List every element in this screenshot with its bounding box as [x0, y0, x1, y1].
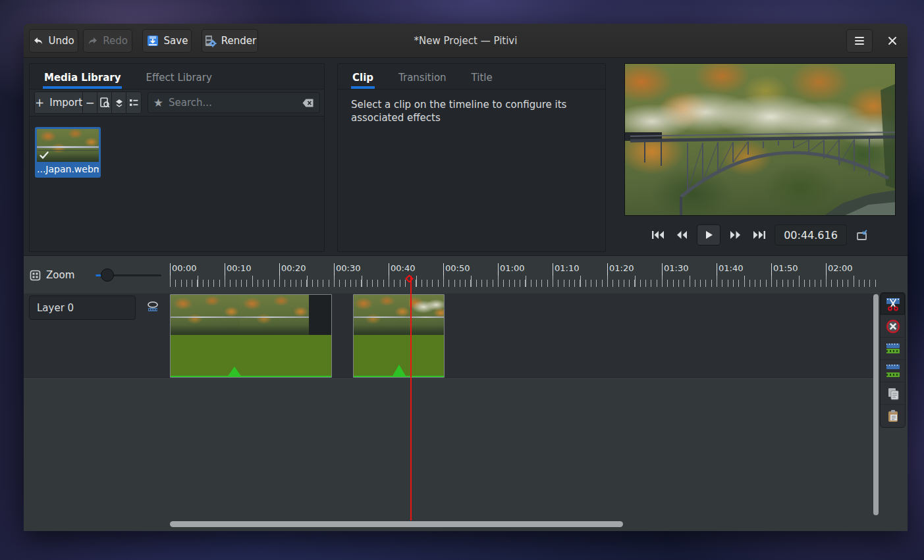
clip1-video-track	[171, 295, 331, 335]
document-preview-icon	[99, 97, 111, 109]
clip2-audio-track	[354, 335, 444, 377]
split-clip-button[interactable]	[881, 293, 905, 315]
undo-button[interactable]: Undo	[29, 29, 78, 53]
tab-clip[interactable]: Clip	[351, 64, 375, 89]
go-end-button[interactable]	[751, 226, 768, 243]
play-button[interactable]	[697, 224, 720, 245]
redo-button[interactable]: Redo	[83, 29, 132, 53]
redo-icon	[88, 36, 98, 46]
search-input[interactable]	[169, 97, 296, 109]
layers-icon	[113, 97, 125, 109]
tab-effect-library[interactable]: Effect Library	[144, 64, 213, 89]
import-button[interactable]: + Import	[35, 92, 83, 113]
playhead[interactable]	[410, 276, 412, 521]
viewer-preview[interactable]	[624, 63, 896, 216]
star-filter-icon: ★	[153, 96, 163, 109]
layer-menu-icon[interactable]	[146, 300, 159, 313]
paste-icon	[886, 409, 900, 423]
ungroup-icon	[886, 365, 900, 377]
zoom-label: Zoom	[46, 269, 74, 281]
go-end-icon	[752, 229, 767, 241]
clip-config-panel: Clip Transition Title Select a clip on t…	[337, 63, 606, 252]
pitivi-window: *New Project — Pitivi Undo Redo Save	[24, 24, 908, 531]
tab-title[interactable]: Title	[470, 64, 494, 89]
render-button[interactable]: Render	[202, 29, 258, 53]
layer-name-box[interactable]: Layer 0	[29, 295, 136, 320]
zoom-slider-knob[interactable]	[101, 268, 114, 282]
delete-icon	[886, 319, 900, 334]
split-scissors-icon	[885, 296, 901, 312]
insert-at-end-button[interactable]	[112, 92, 126, 113]
layer-name: Layer 0	[37, 302, 74, 314]
go-start-button[interactable]	[649, 226, 666, 243]
plus-icon: +	[35, 96, 44, 109]
minus-icon: −	[85, 96, 94, 109]
zoom-fit-icon[interactable]	[30, 270, 41, 281]
timeline-ruler[interactable]: 00:00 00:10 00:20 00:30 00:40 00:50 01:0…	[170, 261, 876, 290]
render-icon	[204, 34, 217, 47]
tab-transition[interactable]: Transition	[397, 64, 448, 89]
seek-backward-icon	[675, 229, 688, 241]
media-library-tabs: Media Library Effect Library	[30, 64, 324, 89]
go-start-icon	[651, 229, 665, 241]
undo-icon	[33, 36, 43, 46]
list-view-button[interactable]	[126, 92, 141, 113]
copy-clips-button[interactable]	[881, 382, 905, 405]
timecode-entry[interactable]	[775, 224, 847, 245]
media-asset-japan-webm[interactable]: ...Japan.webm	[35, 127, 101, 178]
timeline-clip-2[interactable]	[353, 294, 445, 378]
desktop: { "window": { "title": "*New Project — P…	[0, 0, 924, 560]
transport-controls	[624, 224, 896, 246]
close-icon	[888, 36, 897, 45]
timeline-track[interactable]	[170, 293, 876, 379]
clear-search-icon[interactable]	[302, 98, 314, 108]
undock-icon	[856, 229, 869, 241]
play-icon	[703, 230, 714, 240]
waveform-peak	[392, 365, 406, 377]
seek-backward-button[interactable]	[673, 226, 690, 243]
clip-properties-button[interactable]	[97, 92, 112, 113]
media-asset-name: ...Japan.webm	[37, 164, 99, 174]
bridge-scene	[625, 64, 896, 216]
timeline-clip-1[interactable]	[170, 294, 332, 378]
media-library-panel: Media Library Effect Library + Import −	[29, 63, 325, 252]
waveform-peak	[227, 367, 242, 377]
group-icon	[886, 344, 900, 353]
save-icon	[146, 34, 159, 47]
menu-button[interactable]	[846, 29, 873, 53]
timeline-toolbar	[880, 292, 906, 428]
zoom-slider[interactable]	[95, 268, 161, 282]
checkmark-icon	[40, 151, 49, 159]
header-bar: *New Project — Pitivi Undo Redo Save	[24, 24, 908, 58]
group-clips-button[interactable]	[881, 338, 905, 360]
timeline-horizontal-scrollbar[interactable]	[170, 521, 623, 527]
layer-row: Layer 0	[24, 293, 876, 379]
delete-clip-button[interactable]	[881, 315, 905, 338]
list-view-icon	[128, 97, 140, 109]
media-toolbar: + Import −	[30, 89, 324, 116]
search-box: ★	[148, 92, 320, 113]
seek-forward-button[interactable]	[727, 226, 744, 243]
undock-viewer-button[interactable]	[854, 226, 871, 243]
close-button[interactable]	[882, 29, 903, 53]
timeline-area: Zoom 00:00 00:10 00:20 00:30 00:40 00:50…	[24, 255, 908, 531]
effects-hint-text: Select a clip on the timeline to configu…	[338, 89, 601, 134]
clip-panel-tabs: Clip Transition Title	[338, 64, 605, 89]
timeline-vertical-scrollbar[interactable]	[873, 294, 879, 515]
clip1-audio-track	[171, 335, 331, 377]
seek-forward-icon	[729, 229, 742, 241]
zoom-controls: Zoom	[24, 259, 170, 292]
tab-media-library[interactable]: Media Library	[43, 64, 122, 89]
copy-icon	[886, 386, 900, 401]
paste-clips-button[interactable]	[881, 405, 905, 427]
media-asset-thumbnail	[37, 129, 99, 162]
remove-asset-button[interactable]: −	[83, 92, 97, 113]
ungroup-clips-button[interactable]	[881, 360, 905, 382]
hamburger-icon	[855, 35, 864, 47]
clip2-video-track	[354, 295, 444, 335]
save-button[interactable]: Save	[142, 29, 192, 53]
